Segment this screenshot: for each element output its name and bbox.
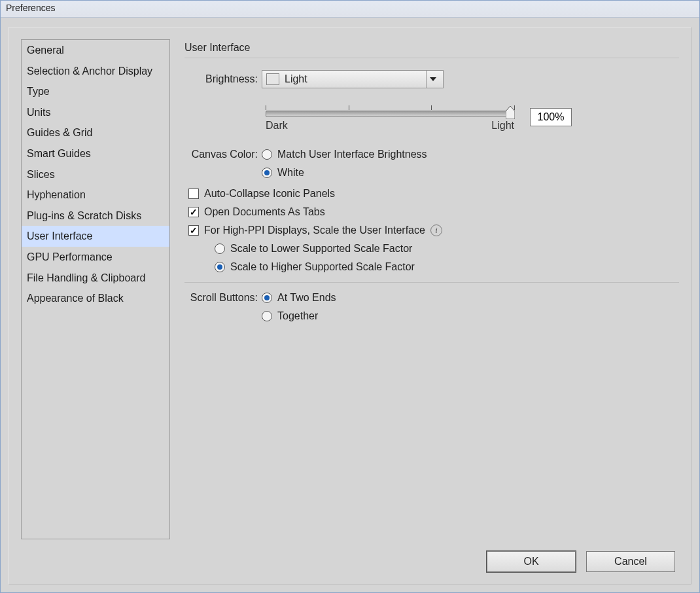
cancel-button[interactable]: Cancel [586,551,675,572]
info-icon[interactable]: i [430,225,442,236]
category-list: GeneralSelection & Anchor DisplayTypeUni… [21,39,170,539]
divider [184,282,679,283]
sidebar-item-user-interface[interactable]: User Interface [22,226,169,247]
scale-higher-text: Scale to Higher Supported Scale Factor [230,261,415,273]
slider-dark-label: Dark [266,120,288,132]
dialog-body: GeneralSelection & Anchor DisplayTypeUni… [9,27,691,584]
scroll-together-text: Together [277,310,318,322]
brightness-label: Brightness: [184,73,262,85]
scale-higher-radio[interactable]: Scale to Higher Supported Scale Factor [215,261,415,273]
auto-collapse-checkbox[interactable]: Auto-Collapse Iconic Panels [188,188,335,200]
open-tabs-text: Open Documents As Tabs [204,206,325,218]
sidebar-item-general[interactable]: General [22,40,169,61]
auto-collapse-text: Auto-Collapse Iconic Panels [204,188,335,200]
sidebar-item-file-handling-clipboard[interactable]: File Handling & Clipboard [22,268,169,289]
preferences-window: Preferences GeneralSelection & Anchor Di… [0,0,700,593]
sidebar-item-slices[interactable]: Slices [22,164,169,185]
sidebar-item-type[interactable]: Type [22,81,169,102]
brightness-percent-value: 100% [538,111,565,123]
slider-ticks [266,105,514,111]
canvas-color-match-radio[interactable]: Match User Interface Brightness [262,149,427,160]
canvas-color-white-text: White [277,167,304,179]
brightness-value: Light [285,73,422,85]
sidebar-item-plug-ins-scratch-disks[interactable]: Plug-ins & Scratch Disks [22,206,169,226]
canvas-color-match-text: Match User Interface Brightness [277,149,427,160]
ok-button-label: OK [523,556,538,567]
dropdown-caret-icon [426,71,439,88]
scroll-together-radio[interactable]: Together [262,310,318,322]
open-tabs-checkbox[interactable]: Open Documents As Tabs [188,206,325,218]
scroll-label: Scroll Buttons: [184,292,262,304]
ok-button[interactable]: OK [487,551,576,572]
canvas-color-label: Canvas Color: [184,149,262,160]
window-title: Preferences [1,1,699,18]
brightness-slider[interactable] [266,111,514,117]
brightness-percent-field[interactable]: 100% [530,108,572,126]
sidebar-item-gpu-performance[interactable]: GPU Performance [22,247,169,268]
settings-panel: User Interface Brightness: Light [184,39,679,539]
panel-heading: User Interface [184,42,679,58]
scroll-two-ends-text: At Two Ends [277,292,336,304]
cancel-button-label: Cancel [614,556,647,567]
high-ppi-text: For High-PPI Displays, Scale the User In… [204,225,425,236]
scroll-two-ends-radio[interactable]: At Two Ends [262,292,336,304]
sidebar-item-guides-grid[interactable]: Guides & Grid [22,122,169,143]
sidebar-item-appearance-of-black[interactable]: Appearance of Black [22,288,169,309]
sidebar-item-hyphenation[interactable]: Hyphenation [22,185,169,206]
scale-lower-radio[interactable]: Scale to Lower Supported Scale Factor [215,243,412,255]
brightness-dropdown[interactable]: Light [262,70,444,88]
sidebar-item-selection-anchor-display[interactable]: Selection & Anchor Display [22,61,169,82]
sidebar-item-units[interactable]: Units [22,102,169,123]
brightness-slider-thumb[interactable] [506,106,515,119]
brightness-swatch-icon [266,73,279,85]
high-ppi-checkbox[interactable]: For High-PPI Displays, Scale the User In… [188,225,425,236]
brightness-slider-area: Dark Light [266,105,514,132]
sidebar-item-smart-guides[interactable]: Smart Guides [22,143,169,164]
scale-lower-text: Scale to Lower Supported Scale Factor [230,243,412,255]
canvas-color-white-radio[interactable]: White [262,167,304,179]
slider-light-label: Light [491,120,514,132]
